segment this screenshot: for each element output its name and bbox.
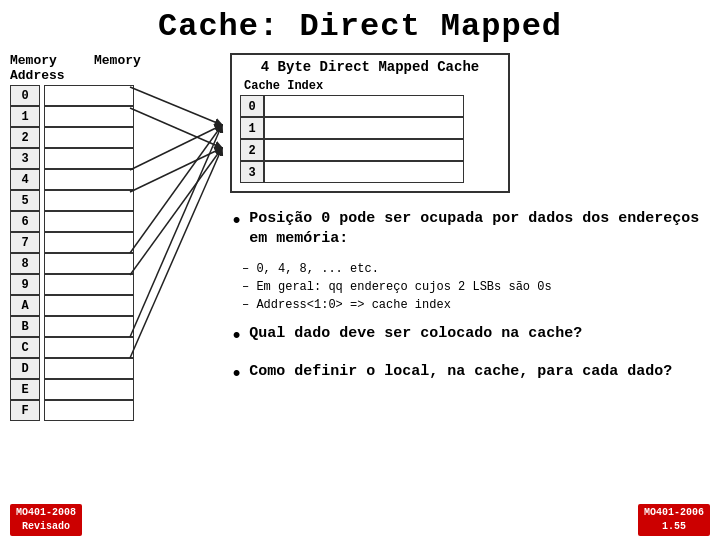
memory-row: 6 — [10, 211, 200, 232]
cache-row: 1 — [240, 117, 500, 139]
mem-cell-A — [44, 295, 134, 316]
mem-cell-E — [44, 379, 134, 400]
cache-idx-0: 0 — [240, 95, 264, 117]
cache-idx-1: 1 — [240, 117, 264, 139]
mem-addr-A: A — [10, 295, 40, 316]
cache-rows: 0 1 2 3 — [240, 95, 500, 183]
cache-row: 3 — [240, 161, 500, 183]
mem-cell-2 — [44, 127, 134, 148]
sub-bullet-1: Em geral: qq endereço cujos 2 LSBs são 0… — [242, 278, 710, 296]
footer-right-line2: 1.55 — [662, 521, 686, 532]
cache-idx-2: 2 — [240, 139, 264, 161]
memory-section: Memory Address Memory 0 1 2 3 4 5 6 7 — [10, 53, 200, 503]
cache-title: 4 Byte Direct Mapped Cache — [240, 59, 500, 75]
mem-addr-9: 9 — [10, 274, 40, 295]
mem-addr-B: B — [10, 316, 40, 337]
cache-row: 2 — [240, 139, 500, 161]
cache-row: 0 — [240, 95, 500, 117]
memory-row: 4 — [10, 169, 200, 190]
mem-cell-7 — [44, 232, 134, 253]
mem-addr-7: 7 — [10, 232, 40, 253]
mem-cell-9 — [44, 274, 134, 295]
mem-addr-E: E — [10, 379, 40, 400]
cache-cell-2 — [264, 139, 464, 161]
memory-row: A — [10, 295, 200, 316]
memory-row: E — [10, 379, 200, 400]
cache-cell-1 — [264, 117, 464, 139]
bullet-dot-1: • — [230, 207, 243, 238]
bullet-dot-2: • — [230, 322, 243, 353]
mem-cell-D — [44, 358, 134, 379]
cache-index-label: Cache Index — [244, 79, 500, 93]
memory-label: Memory — [94, 53, 184, 83]
mem-addr-8: 8 — [10, 253, 40, 274]
right-section: 4 Byte Direct Mapped Cache Cache Index 0… — [200, 53, 710, 503]
cache-cell-0 — [264, 95, 464, 117]
memory-row: D — [10, 358, 200, 379]
footer-right-badge: MO401-2006 1.55 — [638, 504, 710, 536]
mem-addr-1: 1 — [10, 106, 40, 127]
cache-box: 4 Byte Direct Mapped Cache Cache Index 0… — [230, 53, 510, 193]
mem-addr-5: 5 — [10, 190, 40, 211]
bullet-1: • Posição 0 pode ser ocupada por dados d… — [230, 209, 710, 250]
memory-row: 5 — [10, 190, 200, 211]
memory-row: 1 — [10, 106, 200, 127]
content-area: • Posição 0 pode ser ocupada por dados d… — [230, 209, 710, 401]
sub-bullets: 0, 4, 8, ... etc.Em geral: qq endereço c… — [242, 260, 710, 314]
memory-address-label: Memory Address — [10, 53, 90, 83]
memory-rows: 0 1 2 3 4 5 6 7 8 9 — [10, 85, 200, 421]
sub-bullet-2: Address<1:0> => cache index — [242, 296, 710, 314]
memory-row: 9 — [10, 274, 200, 295]
mem-cell-C — [44, 337, 134, 358]
mem-cell-8 — [44, 253, 134, 274]
memory-row: B — [10, 316, 200, 337]
bullet-3: • Como definir o local, na cache, para c… — [230, 362, 710, 391]
memory-row: 8 — [10, 253, 200, 274]
mem-addr-3: 3 — [10, 148, 40, 169]
mem-addr-C: C — [10, 337, 40, 358]
footer-left-line1: MO401-2008 — [16, 507, 76, 518]
footer-left-badge: MO401-2008 Revisado — [10, 504, 82, 536]
footer-left-line2: Revisado — [22, 521, 70, 532]
page-title: Cache: Direct Mapped — [0, 0, 720, 49]
mem-cell-3 — [44, 148, 134, 169]
mem-cell-B — [44, 316, 134, 337]
mem-addr-2: 2 — [10, 127, 40, 148]
mem-addr-4: 4 — [10, 169, 40, 190]
bullet-text-2: Qual dado deve ser colocado na cache? — [249, 324, 582, 344]
mem-cell-0 — [44, 85, 134, 106]
cache-idx-3: 3 — [240, 161, 264, 183]
footer: MO401-2008 Revisado MO401-2006 1.55 — [10, 504, 710, 536]
mem-cell-F — [44, 400, 134, 421]
memory-row: 2 — [10, 127, 200, 148]
sub-bullet-0: 0, 4, 8, ... etc. — [242, 260, 710, 278]
memory-row: 7 — [10, 232, 200, 253]
cache-cell-3 — [264, 161, 464, 183]
mem-addr-6: 6 — [10, 211, 40, 232]
mem-cell-4 — [44, 169, 134, 190]
bullet-text-3: Como definir o local, na cache, para cad… — [249, 362, 672, 382]
bullet-dot-3: • — [230, 360, 243, 391]
bullet-text-1: Posição 0 pode ser ocupada por dados dos… — [249, 209, 710, 250]
memory-row: 3 — [10, 148, 200, 169]
mem-addr-D: D — [10, 358, 40, 379]
footer-right-line1: MO401-2006 — [644, 507, 704, 518]
mem-addr-F: F — [10, 400, 40, 421]
mem-cell-1 — [44, 106, 134, 127]
mem-cell-6 — [44, 211, 134, 232]
memory-row: 0 — [10, 85, 200, 106]
mem-cell-5 — [44, 190, 134, 211]
mem-addr-0: 0 — [10, 85, 40, 106]
bullet-2: • Qual dado deve ser colocado na cache? — [230, 324, 710, 353]
memory-row: F — [10, 400, 200, 421]
memory-row: C — [10, 337, 200, 358]
